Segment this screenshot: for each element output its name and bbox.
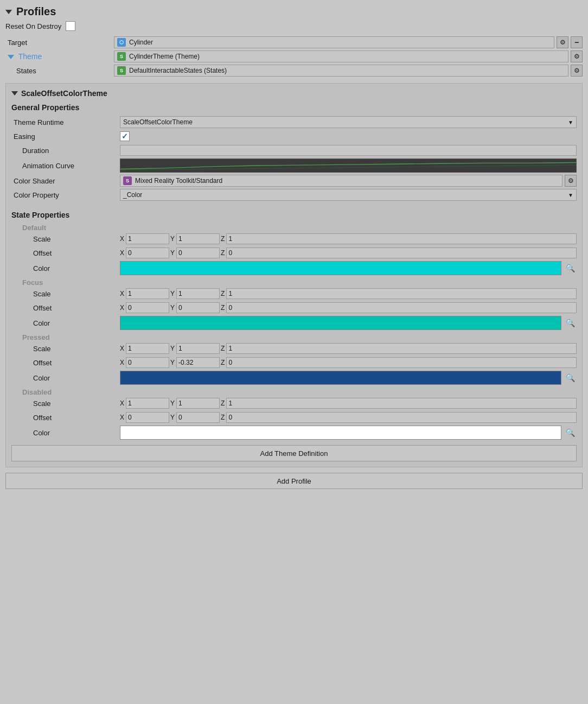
- state-pressed-label: Pressed: [11, 333, 577, 341]
- duration-input[interactable]: 0.1: [120, 145, 577, 156]
- disabled-offset-y-label: Y: [170, 414, 175, 421]
- focus-offset-y-input[interactable]: [176, 302, 220, 313]
- default-offset-x-label: X: [120, 249, 124, 257]
- disabled-scale-z-input[interactable]: [226, 398, 577, 409]
- checkmark-icon: ✓: [122, 132, 128, 141]
- focus-scale-y-input[interactable]: [176, 288, 220, 299]
- states-row: States S DefaultInteractableStates (Stat…: [5, 65, 583, 77]
- color-shader-field[interactable]: S Mixed Reality Toolkit/Standard: [120, 175, 563, 187]
- states-field[interactable]: S DefaultInteractableStates (States): [114, 65, 568, 77]
- target-field[interactable]: ⬡ Cylinder: [114, 36, 554, 48]
- easing-field-area: ✓: [120, 131, 577, 141]
- animation-curve-label: Animation Curve: [11, 162, 120, 170]
- easing-checkbox[interactable]: ✓: [120, 131, 130, 141]
- disabled-scale-row: Scale X Y Z: [11, 397, 577, 409]
- target-gear-button[interactable]: ⚙: [557, 36, 568, 48]
- pressed-color-label: Color: [11, 374, 120, 382]
- focus-scale-z-input[interactable]: [226, 288, 577, 299]
- theme-link[interactable]: Theme: [18, 52, 42, 61]
- add-theme-definition-button[interactable]: Add Theme Definition: [11, 445, 577, 461]
- animation-curve-row: Animation Curve: [11, 158, 577, 173]
- state-focus: Focus Scale X Y Z Offset X: [11, 278, 577, 330]
- pressed-offset-x-input[interactable]: [126, 357, 169, 368]
- disabled-color-row: Color 🔍: [11, 426, 577, 440]
- default-color-row: Color 🔍: [11, 261, 577, 275]
- disabled-offset-row: Offset X Y Z: [11, 411, 577, 423]
- add-profile-button[interactable]: Add Profile: [5, 473, 583, 489]
- pressed-eyedropper-button[interactable]: 🔍: [564, 371, 577, 385]
- color-shader-label: Color Shader: [11, 177, 120, 185]
- focus-color-swatch[interactable]: [120, 316, 561, 330]
- color-shader-icon: S: [123, 176, 132, 185]
- focus-offset-x-input[interactable]: [126, 302, 169, 313]
- target-field-area: ⬡ Cylinder ⚙ −: [114, 36, 583, 48]
- state-disabled-label: Disabled: [11, 388, 577, 396]
- profiles-collapse-icon[interactable]: [5, 10, 12, 14]
- states-label: States: [5, 67, 114, 75]
- states-icon: S: [117, 66, 126, 75]
- pressed-scale-x-input[interactable]: [126, 343, 169, 354]
- theme-section: ScaleOffsetColorTheme General Properties…: [5, 83, 583, 467]
- pressed-scale-y-input[interactable]: [176, 343, 220, 354]
- focus-scale-z-label: Z: [221, 290, 225, 297]
- theme-label: Theme: [5, 52, 114, 61]
- focus-color-row: Color 🔍: [11, 316, 577, 330]
- color-property-field-area: _Color ▼: [120, 189, 577, 201]
- state-properties-title: State Properties: [11, 211, 577, 219]
- default-scale-x-input[interactable]: [126, 233, 169, 244]
- focus-offset-xyz: X Y Z: [120, 302, 577, 313]
- default-scale-z-input[interactable]: [226, 233, 577, 244]
- pressed-scale-z-input[interactable]: [226, 343, 577, 354]
- default-eyedropper-button[interactable]: 🔍: [564, 261, 577, 275]
- states-gear-button[interactable]: ⚙: [571, 65, 583, 77]
- disabled-offset-y-input[interactable]: [176, 412, 220, 423]
- focus-offset-z-label: Z: [221, 304, 225, 312]
- pressed-offset-xyz: X Y Z: [120, 357, 577, 368]
- default-color-area: 🔍: [120, 261, 577, 275]
- profiles-title: Profiles: [16, 5, 56, 18]
- focus-offset-x-label: X: [120, 304, 124, 312]
- disabled-color-swatch[interactable]: [120, 426, 561, 440]
- disabled-offset-z-label: Z: [221, 414, 225, 421]
- focus-scale-label: Scale: [11, 290, 120, 298]
- default-scale-z-label: Z: [221, 235, 225, 243]
- default-offset-z-input[interactable]: [226, 248, 577, 258]
- default-color-swatch[interactable]: [120, 261, 561, 275]
- disabled-offset-x-label: X: [120, 414, 124, 421]
- theme-gear-button[interactable]: ⚙: [571, 50, 583, 62]
- color-property-value: _Color: [123, 191, 142, 199]
- color-shader-gear-button[interactable]: ⚙: [565, 175, 577, 187]
- focus-offset-y-label: Y: [170, 304, 175, 312]
- states-value: DefaultInteractableStates (States): [129, 67, 227, 74]
- state-focus-label: Focus: [11, 278, 577, 287]
- default-scale-y-input[interactable]: [176, 233, 220, 244]
- disabled-eyedropper-button[interactable]: 🔍: [564, 426, 577, 440]
- disabled-scale-y-input[interactable]: [176, 398, 220, 409]
- disabled-offset-x-input[interactable]: [126, 412, 169, 423]
- theme-collapse-icon[interactable]: [8, 55, 14, 59]
- default-offset-x-input[interactable]: [126, 248, 169, 258]
- pressed-offset-y-input[interactable]: [176, 357, 220, 368]
- pressed-offset-x-label: X: [120, 359, 124, 366]
- focus-offset-z-input[interactable]: [226, 302, 577, 313]
- theme-field[interactable]: S CylinderTheme (Theme): [114, 50, 568, 62]
- reset-checkbox[interactable]: [66, 21, 75, 31]
- target-minus-button[interactable]: −: [571, 36, 583, 48]
- pressed-offset-z-input[interactable]: [226, 357, 577, 368]
- animation-curve-preview[interactable]: [120, 158, 577, 173]
- theme-section-collapse-icon[interactable]: [11, 91, 18, 96]
- default-offset-y-input[interactable]: [176, 248, 220, 258]
- theme-runtime-arrow-icon: ▼: [568, 119, 573, 125]
- default-offset-y-label: Y: [170, 249, 175, 257]
- color-shader-value: Mixed Reality Toolkit/Standard: [135, 177, 222, 185]
- disabled-offset-xyz: X Y Z: [120, 412, 577, 423]
- color-property-select[interactable]: _Color ▼: [120, 189, 577, 201]
- pressed-color-swatch[interactable]: [120, 371, 561, 385]
- focus-scale-x-input[interactable]: [126, 288, 169, 299]
- focus-eyedropper-button[interactable]: 🔍: [564, 316, 577, 330]
- disabled-scale-z-label: Z: [221, 399, 225, 407]
- disabled-scale-x-input[interactable]: [126, 398, 169, 409]
- theme-runtime-select[interactable]: ScaleOffsetColorTheme ▼: [120, 116, 577, 128]
- disabled-offset-z-input[interactable]: [226, 412, 577, 423]
- pressed-scale-label: Scale: [11, 345, 120, 353]
